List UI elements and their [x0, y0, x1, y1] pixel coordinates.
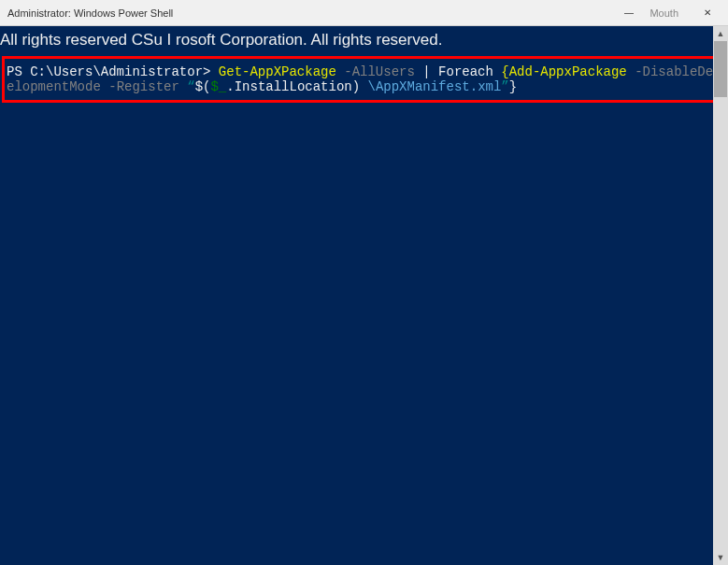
prompt-text: PS C:\Users\Administrator>: [7, 64, 210, 79]
chevron-down-icon: ▼: [717, 553, 725, 562]
mouth-label: Mouth: [649, 7, 678, 19]
window-title: Administrator: Windows Power Shell: [7, 7, 173, 19]
console-content: All rights reserved CSu I rosoft Corpora…: [0, 26, 728, 565]
titlebar-controls: — Mouth ✕: [607, 0, 728, 25]
titlebar[interactable]: Administrator: Windows Power Shell — Mou…: [0, 0, 728, 26]
pipe-foreach: | Foreach: [415, 64, 501, 79]
dollar-open: $(: [195, 79, 211, 94]
copyright-text: All rights reserved CSu I rosoft Corpora…: [0, 30, 728, 54]
flag-register: -Register: [101, 79, 187, 94]
quote-open: “: [187, 79, 194, 94]
scroll-thumb[interactable]: [714, 41, 727, 97]
vertical-scrollbar[interactable]: ▲ ▼: [713, 26, 728, 565]
brace-close: }: [509, 79, 517, 94]
scroll-down-button[interactable]: ▼: [713, 550, 728, 565]
var-underscore: $_: [210, 79, 226, 94]
command-highlight-box: PS C:\Users\Administrator> Get-AppXPacka…: [2, 56, 726, 103]
close-button[interactable]: ✕: [686, 0, 728, 26]
flag-allusers: -AllUsers: [344, 64, 415, 79]
minimize-icon: —: [624, 7, 634, 18]
quote-close: ”: [501, 79, 508, 94]
install-location: .InstallLocation): [226, 79, 360, 94]
console-area[interactable]: All rights reserved CSu I rosoft Corpora…: [0, 26, 728, 565]
chevron-up-icon: ▲: [717, 29, 725, 38]
scroll-up-button[interactable]: ▲: [713, 26, 728, 41]
minimize-button[interactable]: —: [607, 0, 649, 26]
brace-addappx: {Add-AppxPackage: [501, 64, 635, 79]
command-line: PS C:\Users\Administrator> Get-AppXPacka…: [7, 64, 721, 94]
powershell-window: Administrator: Windows Power Shell — Mou…: [0, 0, 728, 565]
close-icon: ✕: [704, 7, 711, 18]
cmd-getappxpackage: Get-AppXPackage: [210, 64, 344, 79]
appx-manifest: \AppXManifest.xml: [360, 79, 501, 94]
